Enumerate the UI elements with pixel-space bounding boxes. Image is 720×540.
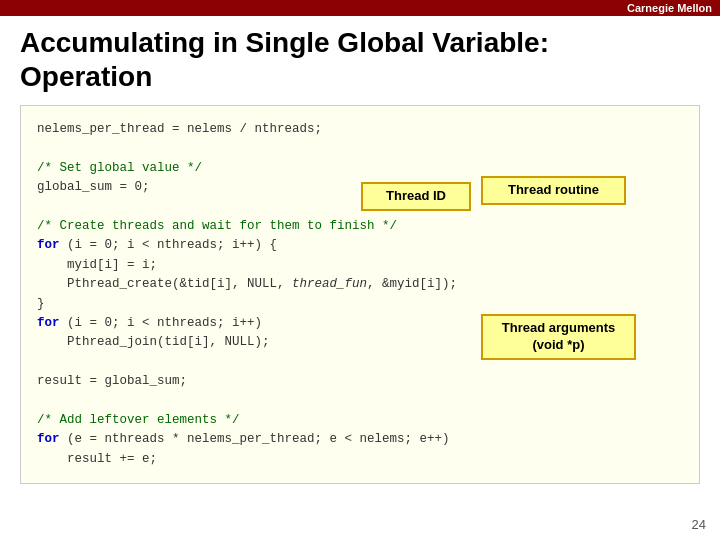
callout-thread-routine: Thread routine — [481, 176, 626, 205]
code-line-18: result += e; — [37, 450, 683, 469]
callout-thread-args-label: Thread arguments(void *p) — [502, 320, 615, 352]
code-line-10: } — [37, 295, 683, 314]
code-line-15 — [37, 391, 683, 410]
title-line1: Accumulating in Single Global Variable: — [20, 26, 700, 60]
code-line-1: nelems_per_thread = nelems / nthreads; — [37, 120, 683, 139]
code-line-9: Pthread_create(&tid[i], NULL, thread_fun… — [37, 275, 683, 294]
code-block: nelems_per_thread = nelems / nthreads; /… — [20, 105, 700, 484]
code-line-14: result = global_sum; — [37, 372, 683, 391]
title-line2: Operation — [20, 60, 700, 94]
brand-label: Carnegie Mellon — [627, 2, 712, 14]
callout-thread-id-label: Thread ID — [386, 188, 446, 203]
code-line-6: /* Create threads and wait for them to f… — [37, 217, 683, 236]
brand-bar: Carnegie Mellon — [0, 0, 720, 16]
slide-title: Accumulating in Single Global Variable: … — [0, 16, 720, 99]
callout-thread-args: Thread arguments(void *p) — [481, 314, 636, 360]
code-line-7: for (i = 0; i < nthreads; i++) { — [37, 236, 683, 255]
code-line-16: /* Add leftover elements */ — [37, 411, 683, 430]
callout-thread-routine-label: Thread routine — [508, 182, 599, 197]
code-line-2 — [37, 140, 683, 159]
code-line-8: myid[i] = i; — [37, 256, 683, 275]
code-line-17: for (e = nthreads * nelems_per_thread; e… — [37, 430, 683, 449]
callout-thread-id: Thread ID — [361, 182, 471, 211]
page-number: 24 — [692, 517, 706, 532]
